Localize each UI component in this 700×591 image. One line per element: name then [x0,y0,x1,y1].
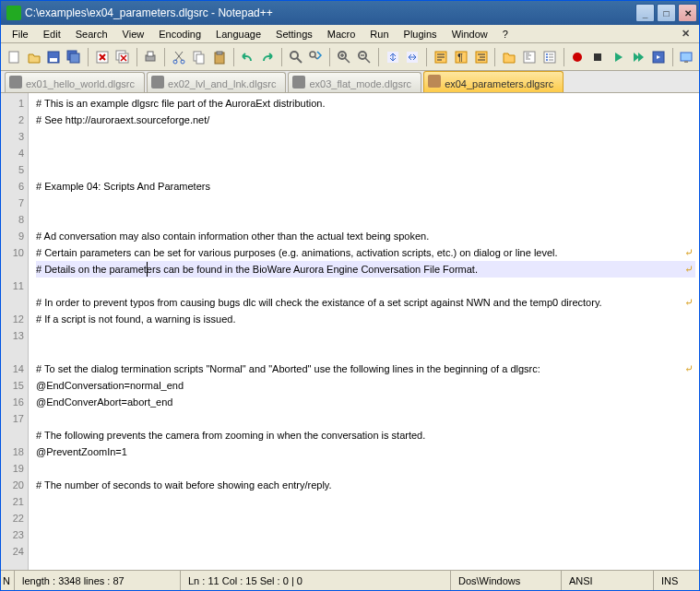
menu-view[interactable]: View [115,27,152,41]
code-area[interactable]: # This is an example dlgsrc file part of… [29,93,699,570]
line-number: 4 [1,145,24,161]
tab-label: ex03_flat_mode.dlgsrc [309,78,411,89]
tab-label: ex04_parameters.dlgsrc [445,78,553,89]
rec-button[interactable] [569,46,587,67]
menu-encoding[interactable]: Encoding [151,27,208,41]
indent-icon [474,50,489,65]
save-all-button[interactable] [65,46,83,67]
svg-rect-32 [594,53,601,61]
file-icon [151,76,164,89]
close-button[interactable] [93,46,112,67]
paste-button[interactable] [210,46,229,67]
menu-run[interactable]: Run [362,27,396,41]
editor: 123456789101112131415161718192021222324 … [1,93,699,570]
new-icon [6,50,21,65]
stop-button[interactable] [588,46,607,67]
open-button[interactable] [25,46,43,67]
tab-label: ex01_hello_world.dlgsrc [26,78,135,89]
tab-3[interactable]: ex04_parameters.dlgsrc [423,71,564,92]
line-number: 15 [1,377,24,394]
code-line[interactable]: # To set the dialog termination scripts … [36,361,695,377]
code-line[interactable]: # This is an example dlgsrc file part of… [36,95,695,112]
code-line[interactable]: # In order to prevent typos from causing… [36,294,695,311]
all-chars-button[interactable]: ¶ [452,46,470,67]
tab-1[interactable]: ex02_lvl_and_lnk.dlgsrc [147,72,286,92]
title-bar: C:\examples\ex04_parameters.dlgsrc - Not… [1,1,699,25]
tab-0[interactable]: ex01_hello_world.dlgsrc [5,72,145,92]
line-number: 10 [1,244,24,278]
code-line[interactable]: # Details on the parameters can be found… [36,261,695,278]
code-line[interactable] [36,344,695,361]
code-line[interactable] [36,327,695,344]
indent-button[interactable] [472,46,491,67]
line-gutter: 123456789101112131415161718192021222324 [1,93,29,570]
code-line[interactable] [36,278,695,294]
menu-help[interactable]: ? [495,27,516,41]
wordwrap-button[interactable] [432,46,450,67]
play-multi-button[interactable] [629,46,647,67]
code-line[interactable]: # Ad conversation may also contain infor… [36,228,695,244]
code-line[interactable]: # Example 04: Scripts And Parameters [36,178,695,195]
code-line[interactable]: # The following prevents the camera from… [36,427,695,443]
code-line[interactable] [36,410,695,427]
redo-button[interactable] [258,46,277,67]
close-button[interactable]: ✕ [678,4,697,22]
monitor-button[interactable] [677,46,695,67]
func-list-button[interactable] [540,46,559,67]
code-line[interactable] [36,195,695,211]
file-icon [292,76,305,89]
save-macro-button[interactable] [649,46,668,67]
svg-rect-9 [148,52,153,56]
tab-label: ex02_lvl_and_lnk.dlgsrc [168,78,276,89]
code-line[interactable]: @EndConverAbort=abort_end [36,394,695,410]
menu-edit[interactable]: Edit [36,27,68,41]
menu-search[interactable]: Search [68,27,115,41]
code-line[interactable]: @EndConversation=normal_end [36,377,695,394]
menu-plugins[interactable]: Plugins [397,27,445,41]
code-line[interactable]: # See http://auroraext.sourceforge.net/ [36,112,695,128]
minimize-button[interactable]: _ [635,4,655,22]
zoom-in-button[interactable] [335,46,353,67]
zoom-out-button[interactable] [355,46,374,67]
doc-map-button[interactable] [520,46,539,67]
code-line[interactable] [36,460,695,477]
line-number: 22 [1,510,24,526]
line-number: 6 [1,178,24,195]
code-line[interactable] [36,128,695,145]
code-line[interactable]: # The number of seconds to wait before s… [36,477,695,493]
menu-language[interactable]: Language [208,27,268,41]
menu-settings[interactable]: Settings [268,27,320,41]
tab-2[interactable]: ex03_flat_mode.dlgsrc [288,72,421,92]
new-button[interactable] [5,46,23,67]
code-line[interactable] [36,145,695,161]
find-button[interactable] [287,46,305,67]
menu-macro[interactable]: Macro [320,27,363,41]
save-icon [46,50,61,65]
save-button[interactable] [45,46,64,67]
folder-button[interactable] [500,46,518,67]
line-number: 23 [1,526,24,543]
doc-close-button[interactable]: ✕ [676,28,695,40]
play-button[interactable] [609,46,627,67]
code-line[interactable] [36,161,695,178]
svg-point-16 [291,52,298,59]
copy-button[interactable] [190,46,208,67]
close-all-button[interactable] [113,46,132,67]
print-button[interactable] [141,46,160,67]
folder-icon [502,50,516,65]
sync-h-button[interactable] [403,46,421,67]
menu-file[interactable]: File [5,27,36,41]
menu-window[interactable]: Window [445,27,495,41]
replace-button[interactable] [307,46,326,67]
undo-button[interactable] [238,46,256,67]
print-icon [143,50,158,65]
code-line[interactable]: # If a script is not found, a warning is… [36,311,695,327]
code-line[interactable]: # Certain parameters can be set for vari… [36,244,695,261]
cut-button[interactable] [170,46,188,67]
code-line[interactable] [36,211,695,228]
undo-icon [240,50,255,65]
line-number: 1 [1,95,24,112]
maximize-button[interactable]: □ [657,4,676,22]
sync-v-button[interactable] [384,46,402,67]
code-line[interactable]: @PreventZoomIn=1 [36,443,695,460]
